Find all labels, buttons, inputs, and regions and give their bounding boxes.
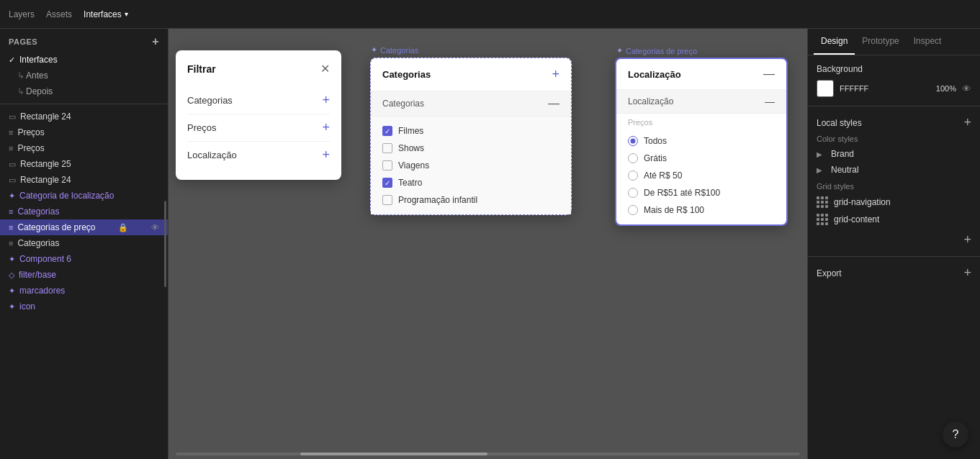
component-icon: ✦ bbox=[9, 286, 15, 296]
checkbox-filmes[interactable]: ✓ bbox=[382, 126, 392, 136]
list-item[interactable]: Grátis bbox=[616, 150, 786, 167]
tab-prototype[interactable]: Prototype bbox=[855, 29, 906, 55]
layer-icon[interactable]: ✦ icon bbox=[0, 299, 168, 314]
component-icon: ✦ bbox=[9, 302, 15, 312]
style-row-brand[interactable]: ▶ Brand bbox=[817, 146, 971, 162]
grid-navigation-label: grid-navigation bbox=[834, 197, 891, 207]
categorias-panel-add-button[interactable]: + bbox=[552, 67, 559, 82]
radio-todos[interactable] bbox=[628, 136, 638, 146]
chevron-right-icon: ▶ bbox=[817, 166, 822, 174]
tab-inspect[interactable]: Inspect bbox=[907, 29, 949, 55]
filter-add-localizacao-button[interactable]: + bbox=[322, 147, 330, 163]
background-color-swatch[interactable] bbox=[817, 80, 834, 97]
tab-design[interactable]: Design bbox=[814, 29, 855, 55]
checkbox-viagens[interactable] bbox=[382, 160, 392, 171]
right-tabs: Design Prototype Inspect bbox=[808, 29, 980, 55]
preco-panel: ✦ Categorias de preço Localização — Loca… bbox=[615, 58, 788, 226]
layer-precos-1[interactable]: ≡ Preços bbox=[0, 124, 168, 140]
page-item-antes[interactable]: Antes bbox=[0, 68, 168, 83]
list-item[interactable]: Programação infantil bbox=[371, 191, 571, 209]
preco-collapse-button[interactable]: — bbox=[763, 68, 775, 81]
list-item[interactable]: Mais de R$ 100 bbox=[616, 201, 786, 219]
list-item[interactable]: ✓ Teatro bbox=[371, 174, 571, 191]
filter-row-precos[interactable]: Preços + bbox=[187, 114, 330, 142]
categorias-collapse-button[interactable]: — bbox=[548, 97, 559, 110]
filter-row-categorias[interactable]: Categorias + bbox=[187, 87, 330, 114]
background-opacity[interactable]: 100% bbox=[936, 84, 956, 93]
filter-row-label: Preços bbox=[187, 122, 216, 133]
grid-row-content[interactable]: grid-content bbox=[817, 211, 971, 228]
background-color-value[interactable]: FFFFFF bbox=[840, 84, 930, 93]
style-row-neutral[interactable]: ▶ Neutral bbox=[817, 162, 971, 178]
grid-content-label: grid-content bbox=[834, 214, 879, 224]
tab-assets[interactable]: Assets bbox=[46, 6, 72, 22]
tab-interfaces[interactable]: Interfaces ▾ bbox=[84, 9, 128, 19]
tab-layers[interactable]: Layers bbox=[9, 6, 35, 22]
radio-ate50[interactable] bbox=[628, 171, 638, 181]
categorias-panel-tag: ✦ Categorias bbox=[371, 45, 418, 55]
local-styles-section: Local styles + Color styles ▶ Brand ▶ Ne… bbox=[808, 106, 980, 257]
help-button[interactable]: ? bbox=[943, 422, 968, 447]
layer-rectangle-24a[interactable]: ▭ Rectangle 24 bbox=[0, 109, 168, 124]
eye-icon[interactable]: 👁 bbox=[151, 223, 159, 232]
localizacao-collapse-button[interactable]: — bbox=[765, 96, 775, 107]
filter-row-localizacao[interactable]: Localização + bbox=[187, 142, 330, 168]
background-section: Background FFFFFF 100% 👁 bbox=[808, 55, 980, 106]
list-item[interactable]: De R$51 até R$100 bbox=[616, 184, 786, 201]
scrollbar-track[interactable] bbox=[176, 453, 800, 455]
categorias-panel-title: Categorias bbox=[382, 69, 431, 80]
main-layout: Pages + ✓ Interfaces Antes Depois ▭ Rect… bbox=[0, 29, 980, 459]
left-panel-scrollbar[interactable] bbox=[164, 201, 166, 287]
layer-categorias-preco[interactable]: ≡ Categorias de preço 🔒 👁 bbox=[0, 219, 168, 235]
radio-mais100[interactable] bbox=[628, 205, 638, 215]
list-item[interactable]: Viagens bbox=[371, 157, 571, 174]
layer-component-6[interactable]: ✦ Component 6 bbox=[0, 251, 168, 267]
rect-icon: ▭ bbox=[9, 160, 16, 169]
list-item[interactable]: Todos bbox=[616, 132, 786, 150]
filter-add-precos-button[interactable]: + bbox=[322, 120, 330, 135]
grid-styles-label: Grid styles bbox=[817, 182, 971, 191]
precos-section-label: Preços bbox=[616, 114, 786, 129]
grid-row-navigation[interactable]: grid-navigation bbox=[817, 194, 971, 211]
layer-categorias[interactable]: ≡ Categorias bbox=[0, 204, 168, 219]
canvas-scrollbar[interactable] bbox=[168, 452, 807, 456]
list-item[interactable]: Até R$ 50 bbox=[616, 167, 786, 184]
checkbox-shows[interactable] bbox=[382, 143, 392, 153]
pages-label: Pages bbox=[9, 37, 37, 46]
add-export-button[interactable]: + bbox=[963, 265, 971, 281]
radio-r51-100[interactable] bbox=[628, 188, 638, 198]
layer-marcadores[interactable]: ✦ marcadores bbox=[0, 283, 168, 299]
add-grid-style-button[interactable]: + bbox=[963, 232, 971, 247]
layer-rectangle-25[interactable]: ▭ Rectangle 25 bbox=[0, 156, 168, 172]
filter-close-button[interactable]: ✕ bbox=[320, 62, 330, 76]
checkbox-prog-infantil[interactable] bbox=[382, 195, 392, 205]
add-page-button[interactable]: + bbox=[152, 36, 159, 47]
filter-add-categorias-button[interactable]: + bbox=[322, 93, 330, 108]
page-item-interfaces[interactable]: ✓ Interfaces bbox=[0, 52, 168, 68]
radio-list: Todos Grátis Até R$ 50 De R$51 até R$100… bbox=[616, 129, 786, 224]
active-check-icon: ✓ bbox=[9, 55, 15, 65]
export-title: Export bbox=[817, 268, 842, 278]
layer-categorias-2[interactable]: ≡ Categorias bbox=[0, 235, 168, 251]
layer-precos-2[interactable]: ≡ Preços bbox=[0, 140, 168, 156]
checkbox-teatro[interactable]: ✓ bbox=[382, 178, 392, 188]
list-item[interactable]: ✓ Filmes bbox=[371, 122, 571, 140]
scrollbar-thumb[interactable] bbox=[300, 453, 487, 455]
page-item-depois[interactable]: Depois bbox=[0, 83, 168, 99]
component-icon: ✦ bbox=[9, 255, 15, 264]
add-local-style-button[interactable]: + bbox=[963, 115, 971, 130]
visibility-toggle-button[interactable]: 👁 bbox=[962, 83, 971, 94]
grid-icon bbox=[817, 196, 828, 208]
color-styles-label: Color styles bbox=[817, 135, 971, 143]
layer-filter-base[interactable]: ◇ filter/base bbox=[0, 267, 168, 283]
categorias-sub-header: Categorias — bbox=[371, 91, 571, 117]
layer-rectangle-24b[interactable]: ▭ Rectangle 24 bbox=[0, 172, 168, 188]
layer-categoria-localizacao[interactable]: ✦ Categoria de localização bbox=[0, 188, 168, 204]
canvas-area: Filtrar ✕ Categorias + Preços + Localiza… bbox=[168, 29, 807, 459]
radio-gratis[interactable] bbox=[628, 153, 638, 163]
filter-row-label: Localização bbox=[187, 150, 237, 160]
export-header: Export + bbox=[817, 265, 971, 281]
list-item[interactable]: Shows bbox=[371, 140, 571, 157]
preco-panel-header: Localização — bbox=[616, 59, 786, 90]
chevron-right-icon: ▶ bbox=[817, 150, 822, 158]
